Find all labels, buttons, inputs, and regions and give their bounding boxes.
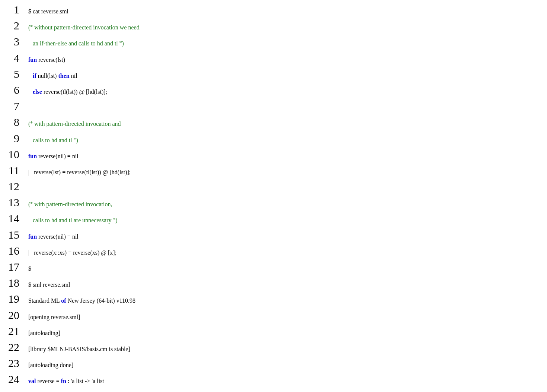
- text-token: [autoloading]: [28, 330, 60, 336]
- code-content: calls to hd and tl *): [28, 130, 140, 146]
- code-line: 17$: [0, 259, 140, 275]
- text-token: Standard ML: [28, 297, 61, 304]
- text-token: null(lst): [36, 73, 58, 79]
- code-content: (* with pattern-directed invocation,: [28, 194, 140, 210]
- keyword-token: of: [61, 297, 66, 304]
- comment-token: an if-then-else and calls to hd and tl: [28, 40, 119, 47]
- line-number: 5: [0, 66, 28, 82]
- code-content: $ sml reverse.sml: [28, 275, 140, 291]
- line-number: 25: [0, 388, 28, 392]
- code-content: val reverse = fn : 'a list -> 'a list: [28, 371, 140, 387]
- code-line: 14 calls to hd and tl are unnecessary *): [0, 210, 140, 226]
- code-content: fun reverse(nil) = nil: [28, 227, 140, 243]
- text-token: $ cat reverse.sml: [28, 8, 68, 15]
- line-number: 18: [0, 275, 28, 291]
- code-line: 23[autoloading done]: [0, 355, 140, 371]
- code-line: 18$ sml reverse.sml: [0, 275, 140, 291]
- text-token: reverse(tl(lst)) @ [hd(lst)];: [42, 89, 107, 95]
- code-line: 10fun reverse(nil) = nil: [0, 146, 140, 162]
- code-line: 5 if null(lst) then nil: [0, 66, 140, 82]
- text-token: [opening reverse.sml]: [28, 314, 80, 320]
- line-number: 9: [0, 130, 28, 146]
- code-content: else reverse(tl(lst)) @ [hd(lst)];: [28, 82, 140, 98]
- line-number: 19: [0, 291, 28, 307]
- line-number: 7: [0, 98, 28, 114]
- comment-token: without pattern-directed invocation we n…: [33, 24, 140, 31]
- code-line: 20[opening reverse.sml]: [0, 307, 140, 323]
- line-number: 11: [0, 162, 28, 178]
- code-content: fun reverse(nil) = nil: [28, 146, 140, 162]
- line-number: 1: [0, 1, 28, 17]
- line-number: 13: [0, 194, 28, 210]
- code-content: $ cat reverse.sml: [28, 1, 140, 17]
- comment-token: with pattern-directed invocation and: [33, 121, 121, 127]
- line-number: 3: [0, 34, 28, 50]
- keyword-token: val: [28, 378, 36, 384]
- text-token: | reverse(x::xs) = reverse(xs) @ [x];: [28, 249, 116, 256]
- code-line: 2(* without pattern-directed invocation …: [0, 17, 140, 34]
- text-token: reverse(nil) = nil: [37, 233, 79, 240]
- code-content: val reverse = fn : 'a list -> 'a list: [28, 388, 140, 392]
- line-number: 17: [0, 259, 28, 275]
- code-line: 21[autoloading]: [0, 323, 140, 339]
- code-line: 13(* with pattern-directed invocation,: [0, 194, 140, 210]
- text-token: New Jersey (64-bit) v110.98: [66, 297, 135, 304]
- code-content: [28, 178, 140, 194]
- code-line: 6 else reverse(tl(lst)) @ [hd(lst)];: [0, 82, 140, 98]
- comment-token: with pattern-directed invocation,: [33, 201, 112, 207]
- line-number: 21: [0, 323, 28, 339]
- line-number: 2: [0, 17, 28, 34]
- code-content: $: [28, 259, 140, 275]
- comment-token: calls to hd and tl are unnecessary: [28, 217, 113, 223]
- keyword-token: fun: [28, 233, 37, 240]
- comment-token: *: [74, 137, 76, 142]
- comment-token: *: [119, 40, 122, 46]
- code-line: 11| reverse(lst) = reverse(tl(lst)) @ [h…: [0, 162, 140, 178]
- keyword-token: then: [58, 73, 69, 79]
- text-token: [28, 73, 33, 79]
- text-token: reverse =: [36, 378, 61, 384]
- line-number: 23: [0, 355, 28, 371]
- code-line: 8(* with pattern-directed invocation and: [0, 114, 140, 130]
- text-token: [autoloading done]: [28, 362, 73, 368]
- code-content: fun reverse(lst) =: [28, 50, 140, 66]
- code-line: 25val reverse = fn : 'a list -> 'a list: [0, 388, 140, 392]
- code-line: 7: [0, 98, 140, 114]
- comment-token: ): [115, 217, 117, 223]
- keyword-token: else: [33, 89, 42, 95]
- text-token: nil: [70, 73, 77, 79]
- keyword-token: fun: [28, 57, 37, 63]
- comment-token: ): [122, 40, 124, 47]
- code-content: | reverse(lst) = reverse(tl(lst)) @ [hd(…: [28, 162, 140, 178]
- text-token: : 'a list -> 'a list: [66, 378, 104, 384]
- comment-token: ): [76, 137, 78, 143]
- code-line: 12: [0, 178, 140, 194]
- code-content: [opening reverse.sml]: [28, 307, 140, 323]
- code-line: 15fun reverse(nil) = nil: [0, 227, 140, 243]
- line-number: 12: [0, 178, 28, 194]
- text-token: [library $MLNJ-BASIS/basis.cm is stable]: [28, 346, 130, 352]
- line-number: 8: [0, 114, 28, 130]
- line-number: 10: [0, 146, 28, 162]
- keyword-token: fun: [28, 153, 37, 159]
- code-content: calls to hd and tl are unnecessary *): [28, 210, 140, 226]
- text-token: [28, 185, 30, 191]
- code-line: 24val reverse = fn : 'a list -> 'a list: [0, 371, 140, 387]
- text-token: [28, 105, 30, 111]
- line-number: 20: [0, 307, 28, 323]
- line-number: 16: [0, 243, 28, 259]
- code-line: 16| reverse(x::xs) = reverse(xs) @ [x];: [0, 243, 140, 259]
- line-number: 15: [0, 227, 28, 243]
- text-token: reverse(nil) = nil: [37, 153, 79, 159]
- code-content: [autoloading done]: [28, 355, 140, 371]
- code-line: 22[library $MLNJ-BASIS/basis.cm is stabl…: [0, 339, 140, 355]
- code-line: 4fun reverse(lst) =: [0, 50, 140, 66]
- line-number: 24: [0, 371, 28, 387]
- code-content: [library $MLNJ-BASIS/basis.cm is stable]: [28, 339, 140, 355]
- line-number: 14: [0, 210, 28, 226]
- code-line: 3 an if-then-else and calls to hd and tl…: [0, 34, 140, 50]
- code-content: Standard ML of New Jersey (64-bit) v110.…: [28, 291, 140, 307]
- text-token: $: [28, 265, 31, 272]
- line-number: 4: [0, 50, 28, 66]
- code-content: if null(lst) then nil: [28, 66, 140, 82]
